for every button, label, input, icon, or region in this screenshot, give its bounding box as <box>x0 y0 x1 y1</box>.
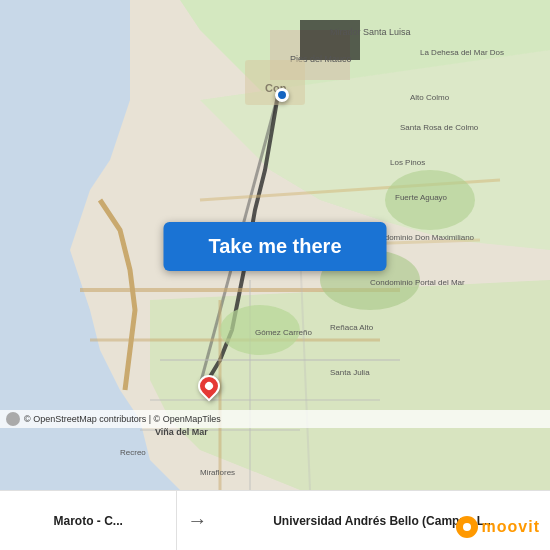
direction-arrow: → <box>177 509 217 532</box>
svg-text:Miraflores: Miraflores <box>200 468 235 477</box>
map-container: Mirador Santa Luisa La Dehesa del Mar Do… <box>0 0 550 490</box>
moovit-label: moovit <box>482 518 540 536</box>
svg-text:Mirador Santa Luisa: Mirador Santa Luisa <box>330 27 411 37</box>
svg-text:Santa Julia: Santa Julia <box>330 368 370 377</box>
map-attribution: © OpenStreetMap contributors | © OpenMap… <box>0 410 550 428</box>
svg-text:Gómez Carreño: Gómez Carreño <box>255 328 312 337</box>
svg-text:Fuerte Aguayo: Fuerte Aguayo <box>395 193 448 202</box>
svg-text:Reñaca Alto: Reñaca Alto <box>330 323 374 332</box>
svg-text:Condominio Portal del Mar: Condominio Portal del Mar <box>370 278 465 287</box>
take-me-there-button[interactable]: Take me there <box>164 222 387 271</box>
origin-value: Maroto - C... <box>54 514 123 528</box>
svg-text:La Dehesa del Mar Dos: La Dehesa del Mar Dos <box>420 48 504 57</box>
svg-text:Viña del Mar: Viña del Mar <box>155 427 208 437</box>
svg-text:Los Pinos: Los Pinos <box>390 158 425 167</box>
destination-pin <box>198 375 220 397</box>
start-location-pin <box>275 88 289 102</box>
bottom-bar: Maroto - C... → Universidad Andrés Bello… <box>0 490 550 550</box>
moovit-logo: moovit <box>456 516 540 538</box>
openstreetmap-logo <box>6 412 20 426</box>
moovit-dot-inner <box>463 523 471 531</box>
moovit-icon <box>456 516 478 538</box>
svg-text:Alto Colmo: Alto Colmo <box>410 93 450 102</box>
attribution-text: © OpenStreetMap contributors | © OpenMap… <box>24 414 221 424</box>
svg-text:Recreo: Recreo <box>120 448 146 457</box>
svg-text:Santa Rosa de Colmo: Santa Rosa de Colmo <box>400 123 479 132</box>
origin-info: Maroto - C... <box>0 491 177 550</box>
